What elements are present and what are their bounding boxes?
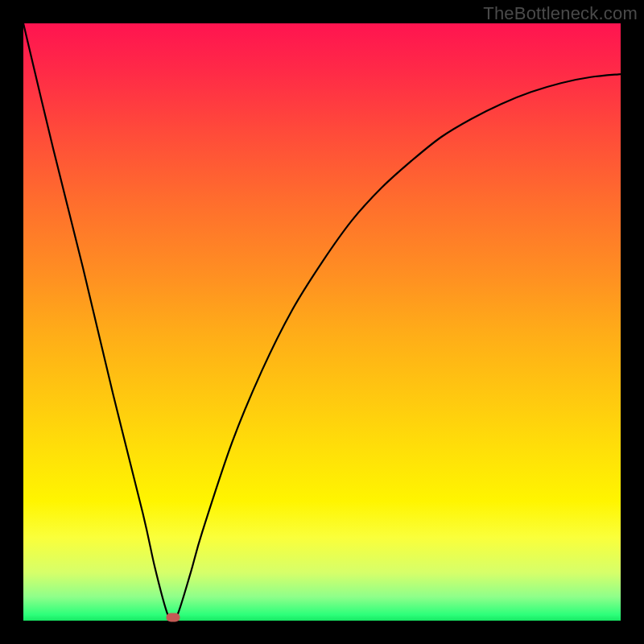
watermark-text: TheBottleneck.com xyxy=(483,3,638,24)
curve-path xyxy=(23,23,621,621)
bottleneck-curve xyxy=(23,23,621,621)
minimum-marker xyxy=(166,613,180,622)
chart-frame: TheBottleneck.com xyxy=(0,0,644,644)
plot-area xyxy=(23,23,621,621)
